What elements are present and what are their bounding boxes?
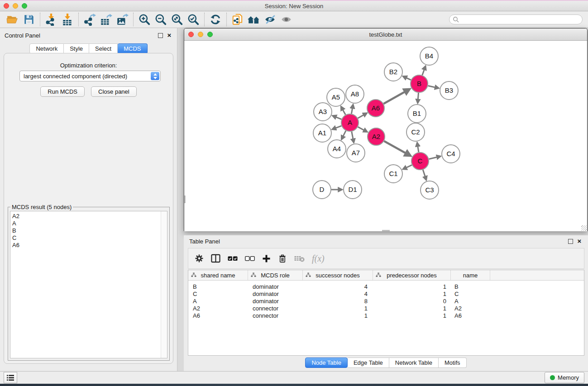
- import-table-button[interactable]: [59, 12, 76, 27]
- node-A[interactable]: A: [341, 114, 359, 131]
- column-header-shared-name[interactable]: shared name: [188, 270, 248, 280]
- table-row[interactable]: A6connector11A6: [188, 312, 584, 319]
- hide-button[interactable]: [262, 12, 278, 27]
- node-A3[interactable]: A3: [314, 103, 332, 121]
- node-C3[interactable]: C3: [421, 181, 439, 199]
- select-all-columns-button[interactable]: [228, 256, 238, 261]
- horizontal-scrollbar[interactable]: [382, 230, 390, 231]
- table-row[interactable]: Cdominator41C: [188, 290, 584, 297]
- edge-B-B3[interactable]: [428, 86, 439, 88]
- mcds-result-item[interactable]: A2: [10, 213, 167, 220]
- network-window-titlebar[interactable]: testGlobe.txt: [184, 29, 587, 41]
- mcds-result-item[interactable]: A: [10, 220, 167, 227]
- node-A6[interactable]: A6: [367, 100, 384, 117]
- node-A5[interactable]: A5: [327, 88, 345, 106]
- zoom-in-button[interactable]: [136, 12, 153, 27]
- export-table-button[interactable]: [98, 12, 114, 27]
- mcds-result-list[interactable]: A2ABCA6: [10, 211, 167, 358]
- tab-network[interactable]: Network: [29, 43, 64, 54]
- edge-A2-C[interactable]: [384, 141, 410, 156]
- node-B[interactable]: B: [411, 75, 428, 92]
- edge-A-A6[interactable]: [358, 113, 367, 118]
- table-row[interactable]: Bdominator41B: [188, 283, 584, 290]
- table-settings-button[interactable]: [195, 254, 204, 263]
- vertical-scrollbar[interactable]: [184, 195, 186, 203]
- search-input[interactable]: [461, 16, 582, 23]
- show-button[interactable]: [278, 12, 295, 27]
- network-canvas[interactable]: B4B2BB3A5A8A3A6B1AC2A1A2A4A7C4CC1C3DD1: [184, 41, 587, 231]
- tab-edge-table[interactable]: Edge Table: [348, 357, 389, 368]
- node-B3[interactable]: B3: [440, 81, 458, 100]
- node-A2[interactable]: A2: [368, 128, 385, 145]
- node-A8[interactable]: A8: [346, 85, 364, 103]
- node-C2[interactable]: C2: [406, 123, 425, 141]
- column-header-predecessor-nodes[interactable]: predecessor nodes: [373, 270, 451, 280]
- table-close-panel-button[interactable]: ×: [576, 238, 583, 244]
- refresh-button[interactable]: [207, 12, 224, 27]
- close-panel-button[interactable]: ×: [166, 32, 172, 38]
- edge-B-B2[interactable]: [403, 76, 411, 80]
- tab-select[interactable]: Select: [89, 43, 118, 54]
- edge-B-B4[interactable]: [422, 66, 425, 75]
- close-panel-button-mcds[interactable]: Close panel: [91, 86, 137, 97]
- edge-C-C4[interactable]: [429, 156, 440, 159]
- node-C4[interactable]: C4: [442, 145, 460, 163]
- function-builder-button[interactable]: f(x): [312, 253, 325, 264]
- column-header-mcds-role[interactable]: MCDS role: [248, 270, 303, 280]
- zoom-out-button[interactable]: [153, 12, 169, 27]
- node-C1[interactable]: C1: [384, 165, 402, 183]
- resize-grip[interactable]: [581, 225, 587, 231]
- node-A7[interactable]: A7: [347, 144, 365, 162]
- tab-mcds[interactable]: MCDS: [118, 43, 147, 54]
- show-column-panel-button[interactable]: [211, 254, 220, 263]
- tab-node-table[interactable]: Node Table: [305, 357, 348, 368]
- export-network-button[interactable]: [81, 12, 98, 27]
- column-header-successor-nodes[interactable]: successor nodes: [303, 270, 373, 280]
- deselect-all-columns-button[interactable]: [245, 256, 255, 261]
- tab-motifs[interactable]: Motifs: [439, 357, 467, 368]
- node-D1[interactable]: D1: [344, 181, 362, 199]
- node-B1[interactable]: B1: [408, 105, 426, 123]
- optimization-criterion-select[interactable]: largest connected component (directed): [19, 71, 161, 81]
- duplicate-documents-button[interactable]: [229, 12, 246, 27]
- node-C[interactable]: C: [411, 152, 429, 170]
- edge-C-C2[interactable]: [417, 143, 419, 152]
- open-session-button[interactable]: [5, 12, 21, 27]
- node-A1[interactable]: A1: [313, 124, 331, 142]
- memory-button[interactable]: Memory: [545, 372, 584, 383]
- tab-style[interactable]: Style: [64, 43, 89, 54]
- delete-table-button[interactable]: [294, 255, 305, 262]
- edge-A-A8[interactable]: [351, 105, 353, 114]
- export-image-button[interactable]: [114, 12, 130, 27]
- edge-A-A5[interactable]: [341, 107, 346, 115]
- node-D[interactable]: D: [313, 181, 331, 199]
- edge-C-C3[interactable]: [423, 170, 426, 180]
- edge-C-C1[interactable]: [403, 165, 412, 169]
- zoom-fit-button[interactable]: [169, 12, 185, 27]
- tab-network-table[interactable]: Network Table: [389, 357, 439, 368]
- mcds-result-item[interactable]: A6: [10, 242, 167, 249]
- zoom-selected-button[interactable]: [185, 12, 201, 27]
- edge-A-A2[interactable]: [358, 127, 367, 132]
- edge-A-A7[interactable]: [352, 132, 354, 143]
- table-float-panel-button[interactable]: [567, 238, 574, 244]
- create-column-button[interactable]: [262, 254, 271, 263]
- mcds-result-item[interactable]: B: [10, 227, 167, 234]
- node-B4[interactable]: B4: [420, 47, 438, 65]
- table-row[interactable]: Adominator80A: [188, 297, 584, 305]
- edge-A-A3[interactable]: [333, 116, 341, 119]
- task-history-button[interactable]: [4, 372, 17, 383]
- node-A4[interactable]: A4: [328, 140, 346, 158]
- edge-A-A1[interactable]: [332, 126, 341, 129]
- edge-A6-B[interactable]: [383, 89, 409, 104]
- edge-A-A4[interactable]: [342, 131, 346, 139]
- mcds-result-item[interactable]: C: [10, 234, 167, 242]
- save-session-button[interactable]: [21, 12, 37, 27]
- float-panel-button[interactable]: [157, 32, 163, 38]
- home-button[interactable]: [246, 12, 262, 27]
- edge-B-B1[interactable]: [418, 93, 419, 103]
- import-network-button[interactable]: [43, 12, 59, 27]
- run-mcds-button[interactable]: Run MCDS: [40, 86, 85, 97]
- table-row[interactable]: A2connector11A2: [188, 305, 584, 312]
- node-B2[interactable]: B2: [384, 63, 402, 81]
